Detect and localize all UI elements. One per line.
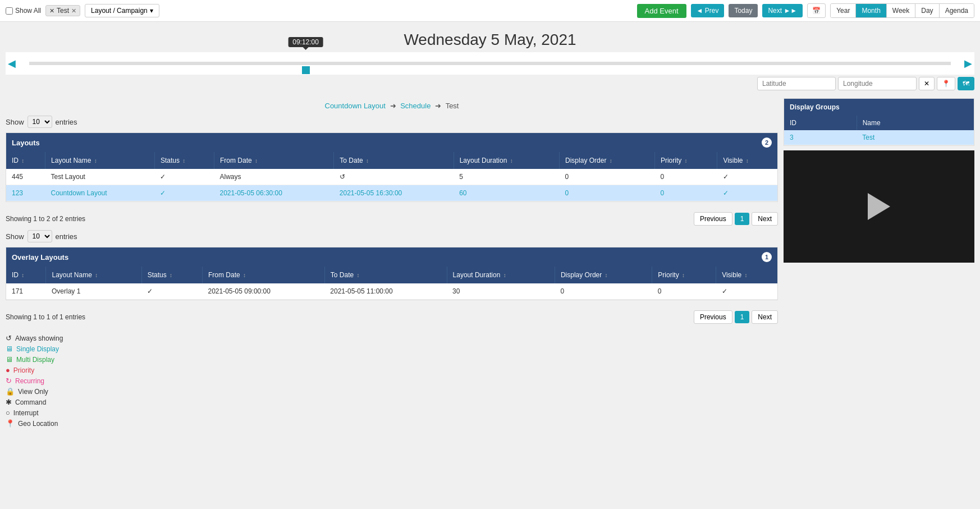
legend-item-7: ○ Interrupt xyxy=(6,409,778,417)
legend-item-4: ↻ Recurring xyxy=(6,377,778,385)
add-event-button[interactable]: Add Event xyxy=(637,4,686,18)
overlay-next-btn[interactable]: Next xyxy=(752,310,778,324)
overlay-cell-0-0: 171 xyxy=(6,283,46,300)
overlay-prev-btn[interactable]: Previous xyxy=(694,310,732,324)
layouts-next-btn[interactable]: Next xyxy=(752,212,778,226)
today-button[interactable]: Today xyxy=(729,4,758,17)
ocol-display-order: Display Order ↕ xyxy=(555,267,652,283)
play-button-icon[interactable] xyxy=(868,193,890,220)
overlay-page-btns: Previous 1 Next xyxy=(694,310,778,324)
overlay-show-select[interactable]: 102550 xyxy=(28,230,52,242)
dg-col-name: Name xyxy=(857,116,974,130)
layouts-header-row: ID ↕ Layout Name ↕ Status ↕ From Date ↕ … xyxy=(6,152,777,169)
prev-button[interactable]: ◄ Prev xyxy=(691,4,725,17)
legend-label-1: Single Display xyxy=(16,345,59,353)
overlay-cell-0-3: 2021-05-05 09:00:00 xyxy=(202,283,324,300)
layouts-show-select[interactable]: 102550 xyxy=(28,116,52,128)
dg-cell-0-1: Test xyxy=(857,130,974,145)
col-visible: Visible ↕ xyxy=(717,152,777,169)
layouts-cell-0-1: Test Layout xyxy=(45,169,155,185)
dg-col-header: ID Name xyxy=(784,116,974,130)
overlay-showing: Showing 1 to 1 of 1 entries xyxy=(6,313,85,321)
legend-item-2: 🖥 Multi Display xyxy=(6,355,778,364)
tag-remove[interactable]: ✕ xyxy=(71,7,76,15)
layout-campaign-dropdown[interactable]: Layout / Campaign ▾ xyxy=(85,4,159,17)
legend-icon-0: ↺ xyxy=(6,334,12,342)
breadcrumb-link-2[interactable]: Schedule xyxy=(400,102,431,110)
legend-icon-1: 🖥 xyxy=(6,345,13,353)
show-all-checkbox[interactable] xyxy=(6,7,13,15)
layouts-cell-1-4: 2021-05-05 16:30:00 xyxy=(334,185,454,201)
longitude-input[interactable] xyxy=(838,77,917,90)
legend-item-0: ↺ Always showing xyxy=(6,334,778,342)
ocol-id: ID ↕ xyxy=(6,267,46,283)
legend-item-3: ● Priority xyxy=(6,366,778,374)
layouts-prev-btn[interactable]: Previous xyxy=(694,212,732,226)
tag-close[interactable]: ✕ xyxy=(49,7,54,15)
timeline-right-arrow[interactable]: ▶ xyxy=(962,57,974,70)
layouts-title: Layouts xyxy=(12,139,40,147)
legend-label-4: Recurring xyxy=(15,377,44,385)
overlay-row-0[interactable]: 171Overlay 1✓2021-05-05 09:00:002021-05-… xyxy=(6,283,777,300)
overlay-pagination: Showing 1 to 1 of 1 entries Previous 1 N… xyxy=(6,306,778,328)
tab-year[interactable]: Year xyxy=(831,4,856,17)
latlon-pin-button[interactable]: 📍 xyxy=(937,77,955,90)
ocol-layout-name: Layout Name ↕ xyxy=(46,267,141,283)
col-id: ID ↕ xyxy=(6,152,45,169)
right-panel: Display Groups ID Name 3Test xyxy=(784,98,974,435)
overlay-section-header: Overlay Layouts 1 xyxy=(6,247,777,267)
show-all-label: Show All xyxy=(6,7,41,15)
timeline-bar: 09:12:00 xyxy=(29,62,951,65)
layouts-row-0[interactable]: 445Test Layout✓Always↺500✓ xyxy=(6,169,777,185)
layouts-cell-0-6: 0 xyxy=(560,169,655,185)
legend-label-2: Multi Display xyxy=(16,356,54,364)
timeline-cursor: 09:12:00 xyxy=(302,53,310,74)
tag-filter[interactable]: ✕ Test ✕ xyxy=(45,5,80,16)
tab-day[interactable]: Day xyxy=(915,4,939,17)
layouts-cell-1-8: ✓ xyxy=(717,185,777,201)
layouts-page-num[interactable]: 1 xyxy=(735,213,750,225)
display-groups-panel: Display Groups ID Name 3Test xyxy=(784,98,974,146)
legend-item-8: 📍 Geo Location xyxy=(6,419,778,428)
layouts-cell-0-4: ↺ xyxy=(334,169,454,185)
legend-icon-4: ↻ xyxy=(6,377,12,385)
layouts-badge: 2 xyxy=(762,137,772,148)
latlon-clear-button[interactable]: ✕ xyxy=(919,77,935,90)
breadcrumb-arrow-1: ➜ xyxy=(390,102,399,110)
layouts-show-entries: Show 102550 entries xyxy=(6,116,778,128)
ocol-layout-duration: Layout Duration ↕ xyxy=(447,267,555,283)
overlay-table: ID ↕ Layout Name ↕ Status ↕ From Date ↕ … xyxy=(6,267,777,300)
dg-row-0[interactable]: 3Test xyxy=(784,130,974,145)
tab-month[interactable]: Month xyxy=(856,4,886,17)
overlay-cell-0-8: ✓ xyxy=(716,283,777,300)
overlay-title: Overlay Layouts xyxy=(12,253,68,262)
calendar-icon-button[interactable]: 📅 xyxy=(807,3,826,18)
layouts-cell-1-3: 2021-05-05 06:30:00 xyxy=(214,185,334,201)
overlay-header-row: ID ↕ Layout Name ↕ Status ↕ From Date ↕ … xyxy=(6,267,777,283)
timeline-left-arrow[interactable]: ◀ xyxy=(6,57,18,70)
overlay-page-num[interactable]: 1 xyxy=(735,311,750,323)
legend-label-3: Priority xyxy=(13,366,34,374)
date-header: Wednesday 5 May, 2021 xyxy=(0,22,980,52)
layouts-cell-0-2: ✓ xyxy=(154,169,214,185)
layouts-cell-1-7: 0 xyxy=(654,185,717,201)
layouts-cell-1-0: 123 xyxy=(6,185,45,201)
layouts-cell-1-5: 60 xyxy=(454,185,559,201)
legend-item-6: ✱ Command xyxy=(6,398,778,406)
breadcrumb-current: Test xyxy=(446,102,459,110)
next-button[interactable]: Next ►► xyxy=(762,4,803,17)
overlay-table-container: Overlay Layouts 1 ID ↕ Layout Name ↕ Sta… xyxy=(6,247,778,300)
layouts-cell-1-2: ✓ xyxy=(154,185,214,201)
layouts-page-btns: Previous 1 Next xyxy=(694,212,778,226)
ocol-to-date: To Date ↕ xyxy=(324,267,447,283)
tab-agenda[interactable]: Agenda xyxy=(940,4,974,17)
latitude-input[interactable] xyxy=(757,77,836,90)
layouts-row-1[interactable]: 123Countdown Layout✓2021-05-05 06:30:002… xyxy=(6,185,777,201)
legend-label-7: Interrupt xyxy=(13,409,39,417)
latlon-map-button[interactable]: 🗺 xyxy=(958,77,974,90)
tab-week[interactable]: Week xyxy=(887,4,915,17)
col-to-date: To Date ↕ xyxy=(334,152,454,169)
video-preview[interactable] xyxy=(784,150,974,263)
timeline-container: ◀ 09:12:00 ▶ xyxy=(6,52,974,75)
breadcrumb-link-1[interactable]: Countdown Layout xyxy=(325,102,386,110)
